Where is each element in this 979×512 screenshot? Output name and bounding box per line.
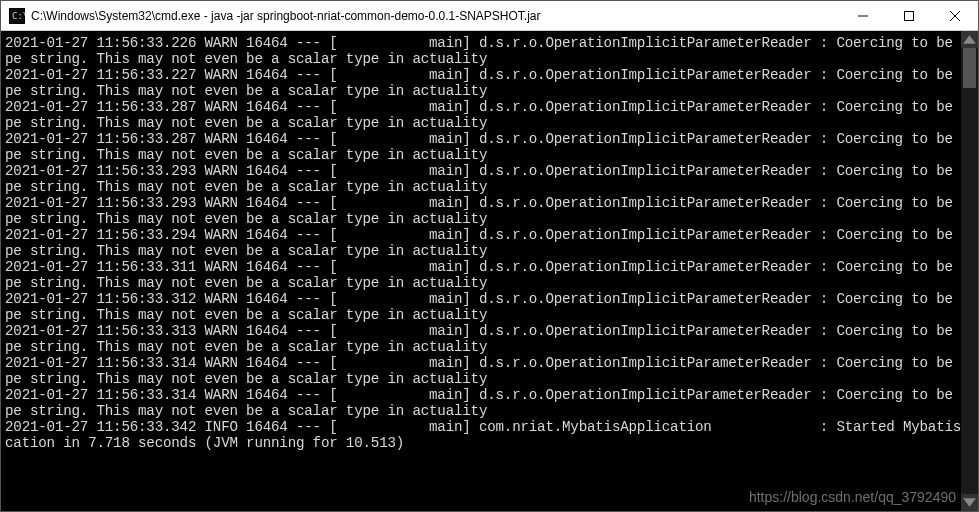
log-line: 2021-01-27 11:56:33.293 WARN 16464 --- […	[5, 163, 961, 179]
log-line: pe string. This may not even be a scalar…	[5, 51, 961, 67]
log-line: pe string. This may not even be a scalar…	[5, 243, 961, 259]
log-line: pe string. This may not even be a scalar…	[5, 339, 961, 355]
minimize-button[interactable]	[840, 1, 886, 30]
window-title: C:\Windows\System32\cmd.exe - java -jar …	[31, 9, 840, 23]
log-line: 2021-01-27 11:56:33.312 WARN 16464 --- […	[5, 291, 961, 307]
log-line: 2021-01-27 11:56:33.287 WARN 16464 --- […	[5, 99, 961, 115]
console-area: 2021-01-27 11:56:33.226 WARN 16464 --- […	[1, 31, 978, 511]
cmd-window: C:\ C:\Windows\System32\cmd.exe - java -…	[0, 0, 979, 512]
scroll-down-button[interactable]	[961, 494, 978, 511]
svg-marker-7	[963, 35, 976, 44]
log-line: pe string. This may not even be a scalar…	[5, 115, 961, 131]
maximize-button[interactable]	[886, 1, 932, 30]
scroll-up-button[interactable]	[961, 31, 978, 48]
log-line: 2021-01-27 11:56:33.314 WARN 16464 --- […	[5, 387, 961, 403]
svg-rect-4	[905, 11, 914, 20]
log-line: 2021-01-27 11:56:33.226 WARN 16464 --- […	[5, 35, 961, 51]
svg-text:C:\: C:\	[12, 11, 25, 21]
svg-marker-8	[963, 498, 976, 507]
log-line: 2021-01-27 11:56:33.311 WARN 16464 --- […	[5, 259, 961, 275]
log-line: 2021-01-27 11:56:33.227 WARN 16464 --- […	[5, 67, 961, 83]
log-line: pe string. This may not even be a scalar…	[5, 83, 961, 99]
titlebar[interactable]: C:\ C:\Windows\System32\cmd.exe - java -…	[1, 1, 978, 31]
log-line: pe string. This may not even be a scalar…	[5, 179, 961, 195]
console-output[interactable]: 2021-01-27 11:56:33.226 WARN 16464 --- […	[1, 31, 961, 511]
scroll-track[interactable]	[961, 48, 978, 494]
log-line: pe string. This may not even be a scalar…	[5, 307, 961, 323]
log-line: 2021-01-27 11:56:33.313 WARN 16464 --- […	[5, 323, 961, 339]
log-line: 2021-01-27 11:56:33.342 INFO 16464 --- […	[5, 419, 961, 435]
log-line: pe string. This may not even be a scalar…	[5, 275, 961, 291]
window-controls	[840, 1, 978, 30]
log-line: pe string. This may not even be a scalar…	[5, 211, 961, 227]
vertical-scrollbar[interactable]	[961, 31, 978, 511]
log-line: pe string. This may not even be a scalar…	[5, 147, 961, 163]
scroll-thumb[interactable]	[963, 48, 976, 88]
log-line: pe string. This may not even be a scalar…	[5, 403, 961, 419]
log-line: pe string. This may not even be a scalar…	[5, 371, 961, 387]
log-line: 2021-01-27 11:56:33.293 WARN 16464 --- […	[5, 195, 961, 211]
close-button[interactable]	[932, 1, 978, 30]
log-line: cation in 7.718 seconds (JVM running for…	[5, 435, 961, 451]
log-line: 2021-01-27 11:56:33.294 WARN 16464 --- […	[5, 227, 961, 243]
cmd-icon: C:\	[9, 8, 25, 24]
log-line: 2021-01-27 11:56:33.314 WARN 16464 --- […	[5, 355, 961, 371]
log-line: 2021-01-27 11:56:33.287 WARN 16464 --- […	[5, 131, 961, 147]
